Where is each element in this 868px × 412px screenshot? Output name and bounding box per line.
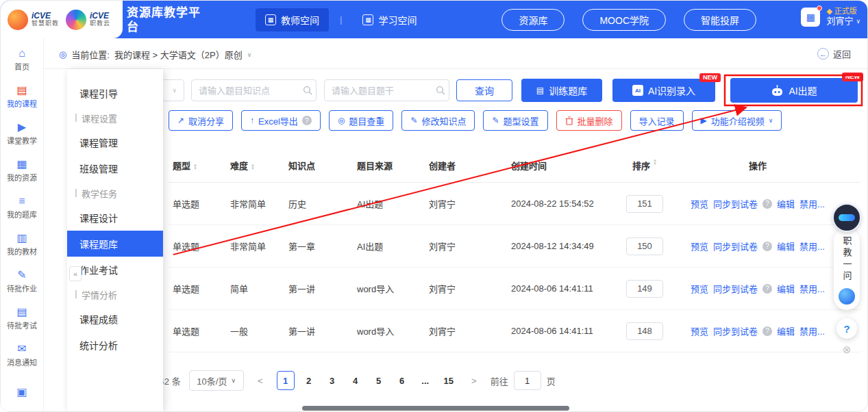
assistant-robot-icon[interactable]: [832, 203, 861, 232]
excel-export-button[interactable]: ↑ Excel导出 ?: [241, 110, 321, 131]
page-button-6[interactable]: 6: [393, 371, 411, 390]
page-ellipsis[interactable]: ...: [417, 371, 434, 390]
order-input[interactable]: [626, 322, 663, 340]
edit-link[interactable]: 编辑: [777, 240, 795, 253]
page-size-select[interactable]: 10条/页 ∨: [189, 370, 244, 391]
disable-link[interactable]: 禁用...: [799, 197, 825, 210]
menu-item-statistics[interactable]: 统计分析: [67, 332, 163, 358]
question-stem-input[interactable]: [324, 79, 449, 101]
menu-item-course-design[interactable]: 课程设计: [67, 205, 163, 231]
order-input[interactable]: [626, 237, 663, 255]
assistant-card[interactable]: 职教一问: [834, 228, 860, 310]
order-input[interactable]: [626, 195, 663, 213]
sync-to-paper-link[interactable]: 同步到试卷: [713, 282, 758, 295]
sidebar-item-my-courses[interactable]: ▤ 我的课程: [1, 78, 44, 115]
sidebar-item-partial[interactable]: ▣: [1, 374, 44, 411]
next-page-button[interactable]: >: [466, 371, 482, 390]
page-button-4[interactable]: 4: [347, 371, 364, 390]
disable-link[interactable]: 禁用...: [799, 324, 825, 337]
top-header: iCVE 智慧职教 iCVE 职教云 资源库教学平台 ▦ 教师空间 | ▦ 学: [1, 1, 867, 38]
breadcrumb-path[interactable]: 我的课程 > 大学语文（2P）原创: [114, 48, 243, 61]
left-sidebar: ⌂ 首页 ▤ 我的课程 ▶ 课堂教学 ▦ 我的资源 ≡ 我的题库 ▥ 我的教材 …: [1, 38, 44, 411]
preview-link[interactable]: 预览: [691, 197, 708, 210]
preview-link[interactable]: 预览: [691, 282, 708, 295]
search-icon[interactable]: [436, 86, 445, 95]
help-icon[interactable]: ?: [762, 284, 772, 294]
help-icon[interactable]: ?: [762, 199, 772, 209]
edit-link[interactable]: 编辑: [777, 197, 795, 210]
table-row: 单选题 非常简单 历史 AI出题 刘宵宁 2024-08-22 15:54:52…: [169, 183, 860, 225]
menu-collapse-button[interactable]: «: [69, 266, 82, 281]
prev-page-button[interactable]: <: [252, 371, 269, 390]
edit-knowledge-button[interactable]: ✎ 修改知识点: [401, 110, 475, 131]
sidebar-item-classroom-teaching[interactable]: ▶ 课堂教学: [1, 115, 44, 152]
edit-link[interactable]: 编辑: [777, 282, 795, 295]
goto-page-input[interactable]: [514, 371, 541, 390]
home-icon: ⌂: [18, 48, 25, 59]
page-button-1[interactable]: 1: [277, 371, 295, 390]
logo1-subtitle: 智慧职教: [32, 21, 59, 27]
sort-icon[interactable]: ▲▼: [251, 164, 255, 170]
sidebar-item-home[interactable]: ⌂ 首页: [1, 41, 44, 78]
page-button-15[interactable]: 15: [440, 371, 458, 390]
user-menu[interactable]: 刘宵宁 ∨: [826, 16, 860, 27]
ai-recognition-button[interactable]: AI AI识别录入 NEW: [612, 79, 715, 102]
sidebar-item-my-resources[interactable]: ▦ 我的资源: [1, 152, 44, 189]
preview-link[interactable]: 预览: [691, 324, 708, 337]
course-dropdown-caret-icon[interactable]: ∨: [247, 51, 252, 58]
nav-learning-space[interactable]: ▦ 学习空间: [353, 8, 426, 31]
menu-item-course-management[interactable]: 课程管理: [67, 129, 163, 155]
page-button-5[interactable]: 5: [370, 371, 388, 390]
sidebar-item-pending-homework[interactable]: ✎ 待批作业: [1, 263, 44, 300]
training-bank-button[interactable]: ▤ 训练题库: [521, 79, 602, 102]
type-setting-button[interactable]: ✎ 题型设置: [483, 110, 547, 131]
menu-item-course-guide[interactable]: 课程引导: [67, 80, 163, 106]
sidebar-item-pending-exams[interactable]: ▤ 待批考试: [1, 300, 44, 337]
intro-video-button[interactable]: ▶ 功能介绍视频 ∨: [692, 110, 782, 131]
col-header-difficulty[interactable]: 难度▲▼: [230, 159, 288, 172]
sidebar-item-my-textbooks[interactable]: ▥ 我的教材: [1, 226, 44, 263]
col-header-order[interactable]: 排序▲▼: [614, 159, 675, 172]
menu-item-course-question-bank[interactable]: 课程题库: [67, 231, 163, 257]
app-grid-icon[interactable]: ▦: [801, 8, 820, 27]
logo2-subtitle: 职教云: [90, 21, 110, 27]
sync-to-paper-link[interactable]: 同步到试卷: [713, 197, 758, 210]
sort-icon[interactable]: ▲▼: [653, 159, 657, 172]
col-header-type[interactable]: 题型▲▼: [169, 159, 230, 172]
nav-resource-library[interactable]: 资源库: [501, 9, 565, 31]
close-icon[interactable]: ⊗: [843, 344, 852, 355]
nav-smart-casting[interactable]: 智能投屏: [684, 9, 756, 31]
ai-generate-button[interactable]: AI出题 NEW: [730, 78, 858, 103]
sort-icon[interactable]: ▲▼: [193, 164, 197, 170]
query-button[interactable]: 查询: [456, 79, 512, 101]
import-record-button[interactable]: 导入记录: [630, 110, 684, 131]
page-button-3[interactable]: 3: [323, 371, 341, 390]
edit-link[interactable]: 编辑: [777, 324, 795, 337]
cancel-share-button[interactable]: ↗ 取消分享: [169, 110, 233, 131]
horizontal-scrollbar[interactable]: [302, 406, 569, 411]
nav-mooc-academy[interactable]: MOOC学院: [582, 9, 666, 31]
duplicate-check-button[interactable]: ◎ 题目查重: [329, 110, 394, 131]
sync-to-paper-link[interactable]: 同步到试卷: [713, 240, 758, 253]
page-button-2[interactable]: 2: [300, 371, 318, 390]
disable-link[interactable]: 禁用...: [799, 240, 825, 253]
help-icon[interactable]: ?: [762, 242, 772, 251]
sync-to-paper-link[interactable]: 同步到试卷: [713, 324, 758, 337]
batch-delete-button[interactable]: 批量删除: [556, 110, 622, 131]
sidebar-item-my-question-bank[interactable]: ≡ 我的题库: [1, 189, 44, 226]
search-icon[interactable]: [303, 86, 312, 95]
disable-link[interactable]: 禁用...: [799, 282, 825, 295]
menu-item-course-grades[interactable]: 课程成绩: [67, 306, 163, 332]
order-input[interactable]: [626, 280, 663, 298]
preview-link[interactable]: 预览: [691, 240, 708, 253]
help-button[interactable]: ?: [836, 318, 857, 339]
monitor-icon: ▣: [16, 387, 27, 398]
menu-item-homework-exams[interactable]: 作业考试: [67, 257, 163, 283]
back-button[interactable]: ← 返回: [817, 47, 851, 60]
nav-teacher-space[interactable]: ▦ 教师空间: [256, 8, 329, 31]
knowledge-point-input[interactable]: [191, 79, 317, 101]
menu-item-class-management[interactable]: 班级管理: [67, 155, 163, 181]
help-icon[interactable]: ?: [762, 326, 772, 336]
icve-logo-icon: [8, 10, 28, 30]
sidebar-item-notifications[interactable]: ✉ 消息通知: [1, 337, 44, 374]
